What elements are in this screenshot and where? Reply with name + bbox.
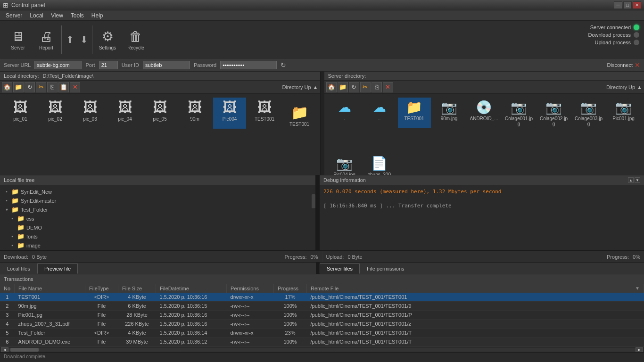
server-file-android[interactable]: 💿 ANDROID_... xyxy=(468,98,501,128)
port-input[interactable] xyxy=(99,61,118,69)
maximize-button[interactable]: □ xyxy=(623,1,632,9)
table-row[interactable]: 3 Pic001.jpg File 28 KByte 1.5.2020 р. 1… xyxy=(0,311,644,320)
server-refresh-button[interactable]: ↻ xyxy=(349,82,359,92)
server-url-input[interactable] xyxy=(34,61,82,69)
tree-item-fonts[interactable]: ▪ 📁 fonts xyxy=(2,232,314,241)
local-file-pic04[interactable]: 🖼 pic_04 xyxy=(108,98,141,129)
server-file-colage002[interactable]: 📷 Colage002.jpg xyxy=(537,98,570,128)
server-file-panel: Server directory: 🏠 📁 ↻ ✂ ⎘ ✕ Directory … xyxy=(324,72,644,175)
local-tree-panel: Local file tree ▪ 📁 SynEdit_New ▪ 📁 SynE… xyxy=(0,175,316,250)
tree-item-synedit-master[interactable]: ▪ 📁 SynEdit-master xyxy=(2,196,314,205)
recycle-button[interactable]: 🗑 Recycle xyxy=(122,24,150,56)
download-process-row: Download process xyxy=(588,32,640,38)
close-button[interactable]: ✕ xyxy=(633,1,641,9)
server-file-pic004[interactable]: 📷 Pic004.jpg xyxy=(328,154,361,175)
tree-item-demo[interactable]: 📁 DEMO xyxy=(2,223,314,232)
tab-preview-file[interactable]: Preview file xyxy=(37,263,78,274)
server-file-90m[interactable]: 📷 90m.jpg xyxy=(433,98,466,128)
folder-icon: 📁 xyxy=(406,99,422,115)
menu-local[interactable]: Local xyxy=(26,11,47,20)
server-delete-button[interactable]: ✕ xyxy=(383,82,393,92)
tree-item-synedit-new[interactable]: ▪ 📁 SynEdit_New xyxy=(2,187,314,196)
local-dir-up-button[interactable]: Directory Up ▲ xyxy=(282,84,318,90)
file-label: TEST001 xyxy=(404,116,424,121)
tab-local-files[interactable]: Local files xyxy=(0,263,37,274)
local-folder-test001[interactable]: 📁 TEST001 xyxy=(283,102,316,129)
table-body: 1 TEST001 <DIR> 4 KByte 1.5.2020 р. 10:3… xyxy=(0,293,644,346)
scroll-right-button[interactable]: ► xyxy=(636,347,643,352)
refresh-button[interactable]: ↻ xyxy=(281,61,286,69)
server-file-colage003[interactable]: 📷 Colage003.jpg xyxy=(572,98,605,128)
file-label: Colage001.jpg xyxy=(504,116,534,126)
local-copy-button[interactable]: ⎘ xyxy=(47,82,58,92)
table-row[interactable]: 5 Test_Folder <DIR> 4 KByte 1.5.2020 р. … xyxy=(0,329,644,337)
menu-tools[interactable]: Tools xyxy=(67,11,88,20)
table-row[interactable]: 2 90m.jpg File 6 KByte 1.5.2020 р. 10:36… xyxy=(0,302,644,311)
minimize-button[interactable]: ─ xyxy=(614,1,622,9)
local-cut-button[interactable]: ✂ xyxy=(36,82,46,92)
settings-button[interactable]: ⚙ Settings xyxy=(93,24,122,56)
resize-handle[interactable] xyxy=(316,175,320,250)
local-file-test001-img[interactable]: 🖼 TEST001 xyxy=(248,98,281,129)
table-row[interactable]: 1 TEST001 <DIR> 4 KByte 1.5.2020 р. 10:3… xyxy=(0,293,644,302)
local-delete-button[interactable]: ✕ xyxy=(70,82,80,92)
download-progress-label: Progress: xyxy=(285,254,307,260)
server-file-colage001[interactable]: 📷 Colage001.jpg xyxy=(503,98,536,128)
cell-name: Test_Folder xyxy=(15,329,85,337)
debug-scroll-up[interactable]: ▲ xyxy=(628,177,634,183)
server-folder-test001[interactable]: 📁 TEST001 xyxy=(398,98,431,128)
tree-item-image[interactable]: ▪ 📁 image xyxy=(2,241,314,250)
tab-file-permissions[interactable]: File permissions xyxy=(360,263,411,274)
local-file-pic01[interactable]: 🖼 pic_01 xyxy=(4,98,37,129)
tree-item-test-folder[interactable]: ▾ 📁 Test_Folder xyxy=(2,205,314,214)
panel-divider[interactable] xyxy=(321,72,324,175)
server-file-dotdot[interactable]: ☁ .. xyxy=(363,98,396,128)
exe-icon: 💿 xyxy=(476,99,492,115)
tabs-bar: Local files Preview file Server files Fi… xyxy=(0,262,644,274)
user-id-input[interactable] xyxy=(143,61,190,69)
server-connected-led xyxy=(634,25,639,30)
local-file-pic02[interactable]: 🖼 pic_02 xyxy=(39,98,72,129)
local-paste-button[interactable]: 📋 xyxy=(58,82,69,92)
password-input[interactable] xyxy=(220,61,277,69)
tab-server-files[interactable]: Server files xyxy=(320,263,360,274)
tree-scrollbar[interactable] xyxy=(312,185,315,250)
server-file-pic001[interactable]: 📷 Pic001.jpg xyxy=(607,98,640,128)
local-file-pic05[interactable]: 🖼 pic_05 xyxy=(143,98,176,129)
local-file-pic004[interactable]: 🖼 Pic004 xyxy=(213,98,246,129)
local-home-button[interactable]: 🏠 xyxy=(2,82,12,92)
debug-scroll-down[interactable]: ▼ xyxy=(635,177,640,183)
menu-help[interactable]: Help xyxy=(88,11,107,20)
local-file-90m[interactable]: 🖼 90m xyxy=(178,98,211,129)
disconnect-button[interactable]: Disconnect ✕ xyxy=(607,61,640,69)
server-file-zhups[interactable]: 📄 zhups_2007... xyxy=(363,154,396,175)
tree-item-label: fonts xyxy=(26,234,38,239)
server-cut-button[interactable]: ✂ xyxy=(360,82,371,92)
transfer-down-button[interactable]: ⬇ xyxy=(77,24,91,56)
server-files-area[interactable]: ☁ . ☁ .. 📁 TEST001 📷 90m.jpg 💿 ANDROID_.… xyxy=(324,94,644,175)
scroll-left-button[interactable]: ◄ xyxy=(1,347,8,352)
table-row[interactable]: 6 ANDROID_DEMO.exe File 39 MByte 1.5.202… xyxy=(0,337,644,346)
table-row[interactable]: 4 zhups_2007_3_31.pdf File 226 KByte 1.5… xyxy=(0,320,644,329)
menu-view[interactable]: View xyxy=(47,11,67,20)
server-copy-button[interactable]: ⎘ xyxy=(372,82,382,92)
tree-item-css[interactable]: ▪ 📁 css xyxy=(2,214,314,223)
server-home-button[interactable]: 🏠 xyxy=(326,82,337,92)
server-new-folder-button[interactable]: 📁 xyxy=(338,82,348,92)
server-dir-up-button[interactable]: Directory Up ▲ xyxy=(606,84,642,90)
menu-server[interactable]: Server xyxy=(2,11,26,20)
scrollbar-track[interactable] xyxy=(8,348,636,352)
transfer-up-button[interactable]: ⬆ xyxy=(63,24,77,56)
local-file-pic03[interactable]: 🖼 pic_03 xyxy=(74,98,107,129)
cell-permissions: drwxr-xr-x xyxy=(227,293,274,302)
disconnect-icon: ✕ xyxy=(635,61,640,69)
server-button[interactable]: 🖥 Server xyxy=(4,24,32,56)
horizontal-scrollbar[interactable]: ◄ ► xyxy=(0,346,644,352)
photo-icon: 📷 xyxy=(511,99,527,115)
scrollbar-thumb[interactable] xyxy=(10,348,39,352)
local-new-folder-button[interactable]: 📁 xyxy=(13,82,24,92)
local-files-area[interactable]: 🖼 pic_01 🖼 pic_02 🖼 pic_03 🖼 pic_04 🖼 pi… xyxy=(0,94,320,175)
local-refresh-button[interactable]: ↻ xyxy=(25,82,35,92)
server-file-dot[interactable]: ☁ . xyxy=(328,98,361,128)
report-button[interactable]: 🖨 Report xyxy=(32,24,60,56)
